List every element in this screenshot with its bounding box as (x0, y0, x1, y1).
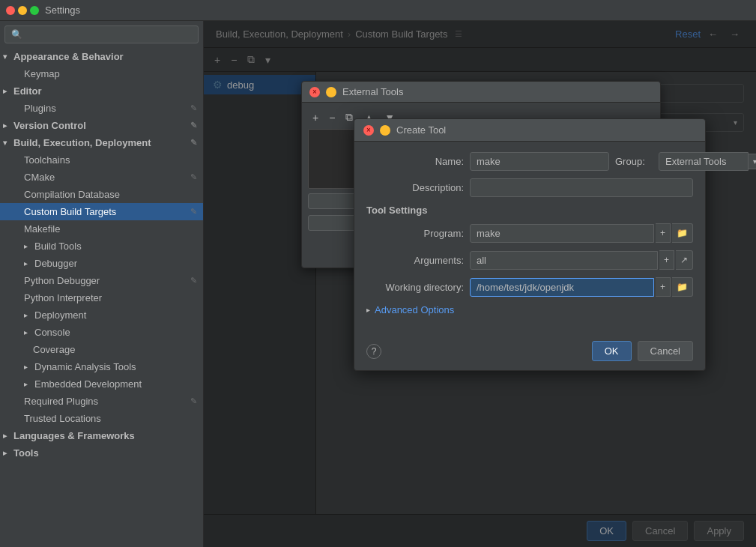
edit-icon: ✎ (190, 138, 197, 148)
description-input[interactable] (470, 178, 693, 197)
sidebar-item-required-plugins[interactable]: Required Plugins ✎ (0, 393, 203, 410)
ext-remove-button[interactable]: − (324, 109, 339, 126)
create-tool-name-input[interactable] (470, 152, 609, 171)
group-dropdown-button[interactable]: ▾ (749, 154, 756, 169)
sidebar-item-label: Editor (13, 85, 42, 97)
sidebar-item-debugger[interactable]: ▸ Debugger (0, 255, 203, 272)
sidebar-item-python-debugger[interactable]: Python Debugger ✎ (0, 272, 203, 289)
tool-settings-title: Tool Settings (366, 205, 693, 216)
maximize-window-button[interactable] (30, 6, 39, 15)
sidebar-item-keymap[interactable]: Keymap (0, 65, 203, 82)
group-label: Group: (615, 156, 653, 167)
sidebar-item-label: Build Tools (34, 241, 82, 252)
sidebar-item-label: Custom Build Targets (24, 206, 116, 217)
external-tools-close-button[interactable]: × (309, 87, 320, 97)
sidebar-item-appearance[interactable]: ▾ Appearance & Behavior (0, 48, 203, 65)
help-button[interactable]: ? (366, 344, 381, 359)
sidebar-item-label: Python Interpreter (24, 292, 102, 303)
search-input[interactable] (4, 25, 199, 43)
sidebar-item-label: Dynamic Analysis Tools (34, 361, 136, 372)
sidebar-item-makefile[interactable]: Makefile (0, 220, 203, 238)
advanced-options-label: Advanced Options (375, 304, 454, 315)
sidebar-item-version-control[interactable]: ▸ Version Control ✎ (0, 117, 203, 134)
sidebar-item-label: Build, Execution, Deployment (13, 137, 151, 148)
sidebar-item-embedded-dev[interactable]: ▸ Embedded Development (0, 375, 203, 393)
arguments-plus-button[interactable]: + (659, 250, 674, 270)
sidebar-item-console[interactable]: ▸ Console (0, 324, 203, 341)
close-window-button[interactable] (6, 6, 15, 15)
arguments-input-group: + ↗ (470, 250, 693, 270)
sidebar-item-label: Tools (13, 447, 39, 459)
sidebar-item-compilation-db[interactable]: Compilation Database (0, 186, 203, 203)
ext-add-button[interactable]: + (308, 109, 323, 126)
chevron-right-icon: ▸ (24, 380, 31, 388)
working-dir-browse-button[interactable]: 📁 (672, 277, 693, 297)
create-tool-cancel-button[interactable]: Cancel (638, 341, 693, 361)
sidebar-item-label: CMake (24, 172, 55, 183)
sidebar-item-label: Compilation Database (24, 189, 120, 200)
sidebar-item-label: Trusted Locations (24, 413, 101, 424)
create-tool-title-text: Create Tool (396, 124, 446, 136)
description-label: Description: (366, 182, 464, 193)
chevron-down-icon: ▾ (3, 139, 10, 147)
title-bar: Settings (0, 0, 756, 21)
external-tools-title-bar: × External Tools (302, 82, 660, 103)
sidebar-item-cmake[interactable]: CMake ✎ (0, 169, 203, 186)
sidebar-item-tools[interactable]: ▸ Tools (0, 444, 203, 462)
program-input-group: + 📁 (470, 223, 693, 243)
sidebar-item-label: Version Control (13, 120, 86, 131)
create-tool-ok-button[interactable]: OK (592, 341, 632, 361)
program-browse-button[interactable]: 📁 (672, 223, 693, 243)
sidebar-content: ▾ Appearance & Behavior Keymap ▸ Editor … (0, 48, 203, 547)
minimize-window-button[interactable] (18, 6, 27, 15)
sidebar-item-coverage[interactable]: Coverage (0, 341, 203, 358)
working-dir-label: Working directory: (366, 282, 464, 293)
sidebar-item-languages[interactable]: ▸ Languages & Frameworks (0, 427, 203, 444)
sidebar-item-plugins[interactable]: Plugins ✎ (0, 100, 203, 117)
edit-icon: ✎ (190, 103, 197, 113)
sidebar-item-editor[interactable]: ▸ Editor (0, 82, 203, 100)
sidebar-item-dynamic-analysis[interactable]: ▸ Dynamic Analysis Tools (0, 358, 203, 375)
advanced-options-row[interactable]: ▸ Advanced Options (366, 304, 693, 315)
name-field-label: Name: (366, 156, 464, 167)
sidebar-item-python-interpreter[interactable]: Python Interpreter (0, 289, 203, 306)
program-input[interactable] (470, 224, 654, 243)
program-plus-button[interactable]: + (656, 223, 671, 243)
external-tools-title: External Tools (342, 86, 403, 97)
sidebar-item-toolchains[interactable]: Toolchains (0, 151, 203, 169)
working-dir-input[interactable] (470, 278, 654, 297)
sidebar-item-label: Console (34, 327, 70, 338)
sidebar-item-label: Makefile (24, 223, 60, 235)
sidebar-item-custom-build[interactable]: Custom Build Targets ✎ (0, 203, 203, 220)
content-area: Build, Execution, Deployment › Custom Bu… (204, 21, 756, 547)
arguments-input[interactable] (470, 251, 658, 270)
create-tool-close-button[interactable]: × (363, 125, 374, 136)
edit-icon: ✎ (190, 276, 197, 285)
main-container: ▾ Appearance & Behavior Keymap ▸ Editor … (0, 21, 756, 547)
chevron-right-icon: ▸ (3, 87, 10, 95)
sidebar-item-deployment[interactable]: ▸ Deployment (0, 306, 203, 324)
create-tool-body: Name: Group: ▾ Description: (354, 142, 705, 335)
program-row: Program: + 📁 (366, 223, 693, 243)
create-tool-pin-button[interactable] (380, 125, 390, 136)
arguments-expand-button[interactable]: ↗ (676, 250, 693, 270)
chevron-right-icon: ▸ (24, 311, 31, 319)
chevron-right-icon: ▸ (3, 121, 10, 130)
sidebar-item-label: Deployment (34, 309, 86, 321)
working-dir-input-group: + 📁 (470, 277, 693, 297)
sidebar-item-label: Languages & Frameworks (13, 430, 135, 441)
sidebar-item-build[interactable]: ▾ Build, Execution, Deployment ✎ (0, 134, 203, 151)
group-input[interactable] (659, 152, 749, 171)
description-row: Description: (366, 178, 693, 197)
sidebar-item-label: Appearance & Behavior (13, 51, 124, 62)
external-tools-pin-button[interactable] (326, 87, 336, 97)
create-tool-title-bar: × Create Tool (354, 119, 705, 142)
sidebar-item-build-tools[interactable]: ▸ Build Tools (0, 238, 203, 255)
dialog-action-buttons: OK Cancel (592, 341, 693, 361)
name-row: Name: Group: ▾ (366, 152, 693, 171)
working-dir-plus-button[interactable]: + (656, 277, 671, 297)
edit-icon: ✎ (190, 172, 197, 182)
sidebar-item-trusted-locations[interactable]: Trusted Locations (0, 410, 203, 427)
arguments-row: Arguments: + ↗ (366, 250, 693, 270)
program-label: Program: (366, 228, 464, 239)
